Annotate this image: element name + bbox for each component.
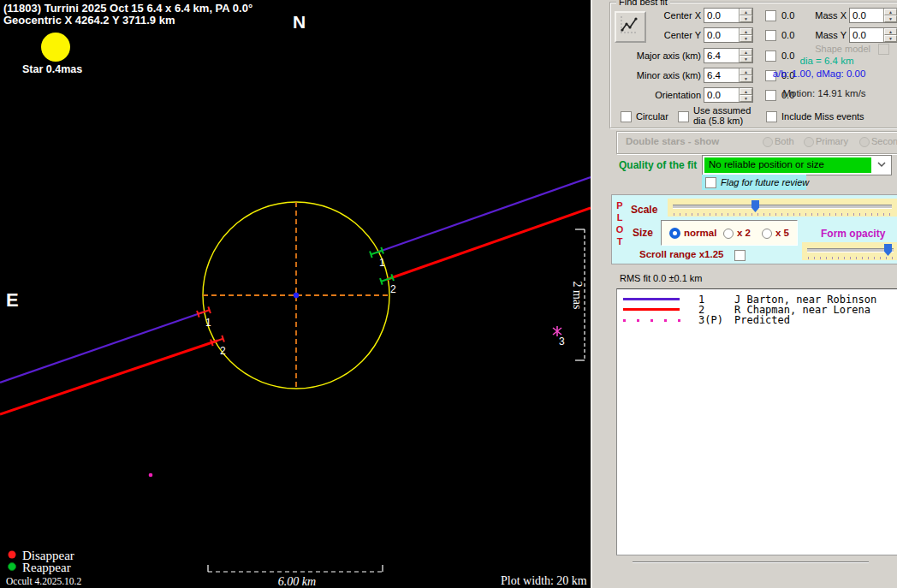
- compass-east-label: E: [6, 289, 19, 311]
- plot-vertical-label: P L O T: [615, 199, 625, 247]
- observer2-line-sample: [623, 308, 680, 311]
- observer1-line-sample: [623, 298, 680, 300]
- double-stars-primary-label: Primary: [816, 136, 848, 146]
- ab-dmag-info-label: a/b: 1.00, dMag: 0.00: [740, 68, 897, 79]
- size-normal-label: normal: [684, 228, 716, 238]
- scroll-range-label: Scroll range x1.25: [639, 249, 723, 259]
- spin-up[interactable]: ▲: [884, 9, 897, 15]
- spin-up[interactable]: ▲: [740, 9, 752, 15]
- flag-review-label: Flag for future review: [721, 177, 809, 187]
- chord1-egress-segment: [377, 177, 591, 252]
- center-x-spinner: ▲▼: [739, 9, 752, 22]
- mass-x-field[interactable]: 0.0 ▲▼: [849, 8, 897, 23]
- shape-model-label: Shape model: [781, 44, 870, 54]
- mass-y-field[interactable]: 0.0 ▲▼: [849, 27, 897, 43]
- plot-title-line1: (11803) Turrini 2025 Oct 15 6.4 x 6.4 km…: [3, 2, 252, 15]
- orientation-value[interactable]: 0.0: [704, 88, 739, 102]
- quality-of-fit-dropdown[interactable]: No reliable position or size: [702, 155, 892, 175]
- scale-label: Scale: [631, 204, 657, 216]
- double-stars-label: Double stars - show: [626, 136, 719, 146]
- plot-letter-o: O: [615, 223, 625, 235]
- observer3-name: Predicted: [734, 314, 790, 326]
- size-label: Size: [633, 227, 653, 239]
- spin-up[interactable]: ▲: [884, 28, 897, 35]
- plot-letter-p: P: [615, 199, 625, 211]
- circular-label: Circular: [636, 111, 668, 122]
- minor-axis-value[interactable]: 6.4: [704, 68, 739, 82]
- double-stars-both-label: Both: [775, 136, 794, 146]
- center-y-unc: 0.0: [781, 30, 794, 40]
- spin-down[interactable]: ▼: [740, 95, 752, 102]
- size-x2-label: x 2: [737, 228, 751, 238]
- mass-y-label: Mass Y: [798, 30, 847, 40]
- size-x2-radio[interactable]: [723, 229, 734, 239]
- double-stars-primary-radio[interactable]: [804, 137, 814, 147]
- shape-model-checkbox[interactable]: [878, 44, 889, 55]
- spin-down[interactable]: ▼: [740, 35, 752, 42]
- circular-checkbox[interactable]: [621, 111, 632, 122]
- spin-down[interactable]: ▼: [884, 35, 897, 42]
- spin-up[interactable]: ▲: [740, 88, 752, 95]
- size-radio-group: normal x 2 x 5: [661, 220, 798, 246]
- spin-down[interactable]: ▼: [884, 15, 897, 22]
- spin-down[interactable]: ▼: [740, 56, 752, 62]
- scale-slider-track[interactable]: [673, 205, 892, 209]
- scale-slider[interactable]: [668, 199, 897, 217]
- double-stars-secondary-radio[interactable]: [859, 137, 870, 147]
- center-x-field[interactable]: 0.0 ▲▼: [704, 8, 753, 23]
- occultation-plot-canvas[interactable]: (11803) Turrini 2025 Oct 15 6.4 x 6.4 km…: [0, 0, 591, 588]
- chord2-ingress-label: 2: [220, 345, 226, 357]
- size-x5-radio[interactable]: [762, 229, 772, 239]
- compass-north-label: N: [293, 12, 306, 32]
- plot-letter-t: T: [615, 235, 625, 247]
- orientation-label: Orientation: [627, 90, 701, 100]
- observer-row[interactable]: 3(P) Predicted: [617, 314, 897, 325]
- form-opacity-thumb[interactable]: [884, 244, 892, 256]
- quality-of-fit-value: No reliable position or size: [704, 157, 871, 173]
- ellipse-center-dot: [294, 293, 299, 298]
- scroll-range-checkbox[interactable]: [734, 250, 746, 261]
- form-opacity-slider[interactable]: [802, 242, 897, 260]
- center-y-spinner: ▲▼: [739, 28, 752, 42]
- minor-axis-label: Minor axis (km): [627, 70, 701, 80]
- major-axis-label: Major axis (km): [627, 50, 701, 61]
- predicted-label: 3: [559, 336, 565, 347]
- mass-y-value[interactable]: 0.0: [850, 28, 883, 42]
- mass-x-spinner: ▲▼: [883, 9, 897, 22]
- orientation-field[interactable]: 0.0 ▲▼: [704, 87, 753, 103]
- spin-up[interactable]: ▲: [740, 28, 752, 35]
- center-x-unc: 0.0: [781, 10, 794, 21]
- disappear-legend-dot: [9, 551, 16, 559]
- reappear-legend-label: Reappear: [22, 561, 71, 574]
- mass-x-value[interactable]: 0.0: [850, 9, 883, 22]
- use-assumed-dia-label-line2: dia (5.8 km): [693, 116, 743, 126]
- scale-slider-ticks: [674, 213, 891, 216]
- observer-list: 1 J Barton, near Robinson 2 R Chapman, n…: [616, 288, 897, 555]
- flag-review-checkbox[interactable]: [705, 177, 716, 188]
- major-axis-field[interactable]: 6.4 ▲▼: [704, 48, 753, 63]
- scale-slider-thumb[interactable]: [751, 200, 759, 212]
- center-y-field[interactable]: 0.0 ▲▼: [704, 27, 753, 43]
- find-best-fit-label: Find best fit: [616, 0, 670, 7]
- plot-title-line2: Geocentric X 4264.2 Y 3711.9 km: [3, 14, 175, 27]
- center-x-lock-checkbox[interactable]: [765, 10, 776, 21]
- km-scale-label: 6.00 km: [278, 575, 316, 588]
- size-x5-label: x 5: [775, 228, 789, 238]
- include-miss-events-checkbox[interactable]: [766, 111, 777, 122]
- fit-control-panel: Find best fit Center X 0.0 ▲▼ 0.0 Center…: [591, 0, 897, 588]
- spin-down[interactable]: ▼: [740, 15, 752, 22]
- use-assumed-dia-checkbox[interactable]: [678, 111, 689, 122]
- chevron-down-icon: [877, 162, 886, 168]
- double-stars-secondary-label: Secondary: [871, 136, 897, 146]
- spin-up[interactable]: ▲: [740, 49, 752, 56]
- center-y-value[interactable]: 0.0: [704, 28, 739, 42]
- major-axis-spinner: ▲▼: [739, 49, 752, 62]
- dia-info-label: dia = 6.4 km: [755, 56, 897, 66]
- center-y-lock-checkbox[interactable]: [765, 30, 776, 41]
- center-x-value[interactable]: 0.0: [704, 9, 739, 22]
- double-stars-both-radio[interactable]: [763, 137, 773, 147]
- motion-info-label: Motion: 14.91 km/s: [755, 88, 894, 98]
- form-opacity-track[interactable]: [807, 248, 894, 252]
- major-axis-value[interactable]: 6.4: [704, 49, 739, 62]
- size-normal-radio[interactable]: [669, 228, 680, 239]
